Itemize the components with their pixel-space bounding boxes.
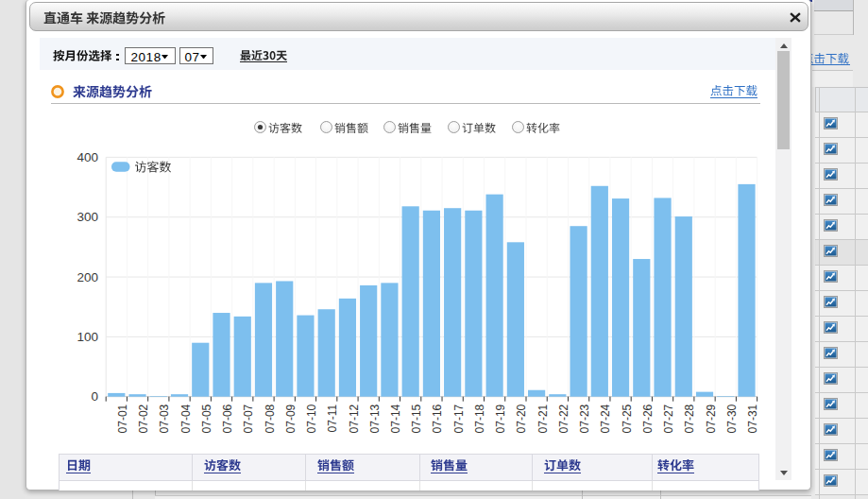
svg-text:07-09: 07-09 — [284, 404, 298, 433]
svg-text:200: 200 — [77, 270, 98, 284]
svg-text:07-08: 07-08 — [264, 404, 277, 433]
svg-text:07-04: 07-04 — [179, 404, 193, 433]
svg-text:0: 0 — [91, 389, 98, 404]
svg-text:07-24: 07-24 — [599, 404, 612, 433]
svg-text:07-30: 07-30 — [725, 404, 739, 433]
svg-text:07-13: 07-13 — [368, 404, 382, 433]
svg-text:100: 100 — [77, 330, 98, 344]
svg-text:400: 400 — [77, 150, 98, 164]
svg-text:07-12: 07-12 — [348, 404, 361, 433]
svg-text:07-26: 07-26 — [641, 404, 655, 433]
svg-text:07-05: 07-05 — [200, 404, 213, 433]
svg-text:07-22: 07-22 — [557, 404, 570, 433]
svg-text:07-21: 07-21 — [536, 404, 550, 433]
svg-text:07-19: 07-19 — [494, 404, 507, 433]
svg-text:07-16: 07-16 — [431, 404, 444, 433]
svg-text:07-11: 07-11 — [326, 404, 339, 432]
svg-text:07-20: 07-20 — [515, 404, 528, 433]
svg-text:07-02: 07-02 — [137, 404, 150, 433]
svg-text:07-17: 07-17 — [452, 404, 466, 433]
svg-text:07-14: 07-14 — [389, 404, 402, 433]
svg-text:07-23: 07-23 — [578, 404, 591, 433]
svg-text:07-10: 07-10 — [305, 404, 318, 433]
svg-text:07-25: 07-25 — [621, 404, 634, 433]
svg-text:07-29: 07-29 — [705, 404, 718, 433]
svg-text:07-01: 07-01 — [116, 404, 129, 433]
svg-text:07-28: 07-28 — [683, 404, 696, 433]
svg-text:07-15: 07-15 — [410, 404, 423, 433]
svg-text:07-03: 07-03 — [158, 404, 171, 433]
svg-text:300: 300 — [77, 210, 98, 224]
svg-text:07-07: 07-07 — [242, 404, 255, 433]
svg-text:07-06: 07-06 — [221, 404, 234, 433]
svg-text:07-27: 07-27 — [662, 404, 675, 433]
svg-text:07-31: 07-31 — [746, 404, 759, 433]
svg-text:07-18: 07-18 — [473, 404, 486, 433]
